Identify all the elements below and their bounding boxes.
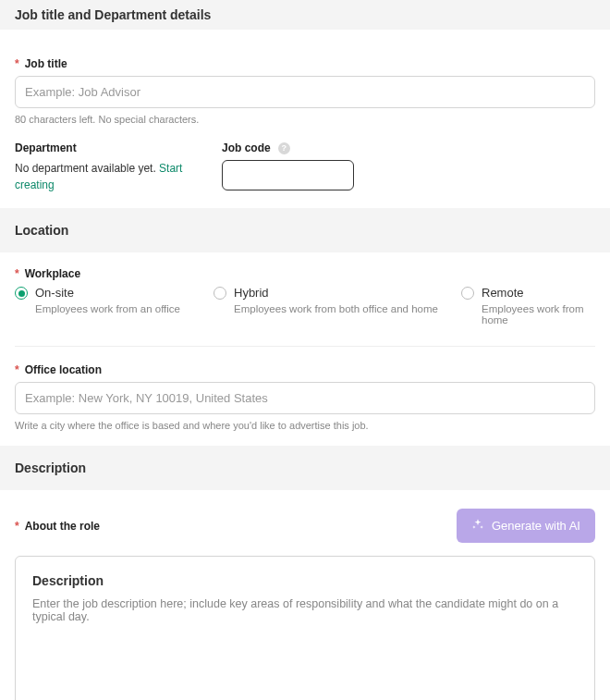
- required-asterisk: *: [15, 57, 19, 70]
- jobtitle-label: Job title: [25, 57, 67, 70]
- office-location-input[interactable]: [15, 382, 595, 414]
- radio-hybrid[interactable]: [214, 287, 226, 300]
- jobcode-input[interactable]: [222, 160, 354, 190]
- help-icon[interactable]: ?: [278, 142, 290, 154]
- option-title: Remote: [482, 286, 595, 300]
- generate-with-ai-button[interactable]: Generate with AI: [457, 509, 595, 543]
- required-asterisk: *: [15, 363, 19, 376]
- radio-onsite[interactable]: [15, 287, 28, 300]
- description-editor[interactable]: Description Enter the job description he…: [15, 556, 595, 700]
- workplace-option-onsite[interactable]: On-site Employees work from an office: [15, 286, 214, 325]
- office-location-label: Office location: [25, 363, 102, 376]
- department-label: Department: [15, 141, 77, 154]
- option-desc: Employees work from home: [482, 303, 595, 325]
- editor-placeholder: Enter the job description here; include …: [32, 597, 578, 623]
- workplace-options: On-site Employees work from an office Hy…: [15, 286, 595, 325]
- required-asterisk: *: [15, 520, 19, 533]
- workplace-label: Workplace: [25, 267, 80, 280]
- section-body-description: * About the role Generate with AI Descri…: [0, 490, 610, 700]
- office-location-hint: Write a city where the office is based a…: [15, 420, 595, 431]
- divider: [15, 346, 595, 347]
- section-body-jobtitle: * Job title 80 characters left. No speci…: [0, 30, 610, 208]
- option-title: Hybrid: [234, 286, 438, 300]
- required-asterisk: *: [15, 267, 19, 280]
- department-text: No department available yet. Start creat…: [15, 160, 200, 193]
- workplace-option-hybrid[interactable]: Hybrid Employees work from both office a…: [214, 286, 461, 325]
- section-header-location: Location: [0, 208, 610, 252]
- jobtitle-input[interactable]: [15, 76, 595, 108]
- about-role-label: About the role: [25, 520, 100, 533]
- option-title: On-site: [35, 286, 180, 300]
- editor-title: Description: [32, 573, 578, 588]
- option-desc: Employees work from an office: [35, 303, 180, 314]
- option-desc: Employees work from both office and home: [234, 303, 438, 314]
- sparkle-icon: [471, 518, 484, 534]
- ai-button-label: Generate with AI: [492, 519, 580, 533]
- jobcode-label: Job code: [222, 141, 271, 154]
- section-header-description: Description: [0, 446, 610, 490]
- radio-remote[interactable]: [461, 287, 474, 300]
- workplace-option-remote[interactable]: Remote Employees work from home: [461, 286, 595, 325]
- jobtitle-hint: 80 characters left. No special character…: [15, 114, 595, 125]
- section-body-location: * Workplace On-site Employees work from …: [0, 252, 610, 446]
- section-header-jobtitle: Job title and Department details: [0, 0, 610, 30]
